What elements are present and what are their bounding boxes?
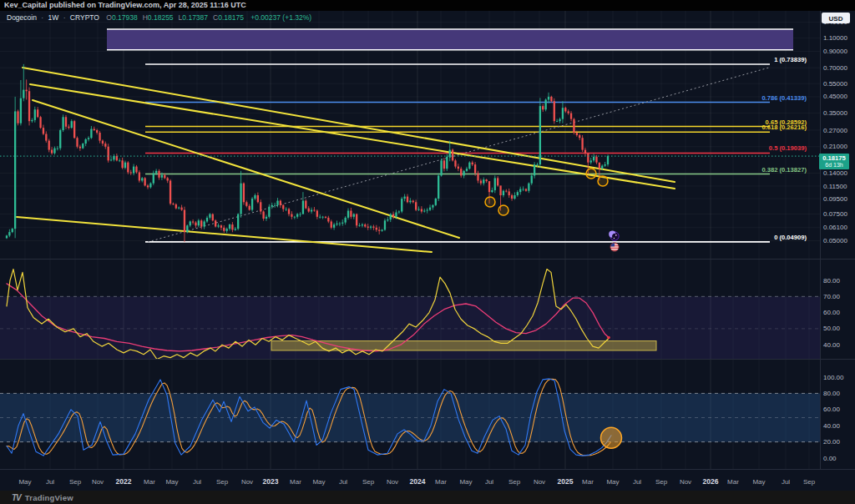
market-type: CRYPTO	[70, 13, 99, 22]
ohlc-value: 0.17387	[182, 13, 208, 22]
tradingview-logo[interactable]: TV	[12, 493, 21, 502]
ohlc-value: 0.18255	[148, 13, 174, 22]
ohlc-key: O	[106, 13, 112, 22]
tradingview-wordmark[interactable]: TradingView	[25, 493, 73, 502]
ohlc-value: 0.18175	[218, 13, 244, 22]
stoch-pane[interactable]	[0, 360, 820, 469]
time-axis[interactable]	[0, 470, 855, 491]
publish-info: Kev_Capital published on TradingView.com…	[4, 1, 246, 9]
header-bar: Kev_Capital published on TradingView.com…	[0, 0, 855, 11]
symbol-name[interactable]: Dogecoin	[7, 13, 37, 22]
footer-bar: TV TradingView	[0, 491, 855, 504]
price-pane[interactable]	[0, 11, 820, 259]
ohlc-values: O0.17938H0.18255L0.17387C0.18175	[101, 13, 244, 22]
separator: ·	[41, 13, 43, 22]
usd-button[interactable]: USD	[822, 13, 850, 23]
price-change: +0.00237 (+1.32%)	[250, 13, 311, 22]
tradingview-published-chart: 1 (0.73839)0.786 (0.41339)0.65 (0.28592)…	[0, 0, 855, 504]
svg-text:USD: USD	[829, 15, 843, 23]
rsi-pane[interactable]	[0, 260, 820, 359]
timeframe[interactable]: 1W	[48, 13, 59, 22]
separator: ·	[63, 13, 66, 22]
chart-canvas[interactable]: 1 (0.73839)0.786 (0.41339)0.65 (0.28592)…	[0, 0, 855, 504]
ohlc-value: 0.17938	[112, 13, 138, 22]
price-axis[interactable]	[820, 25, 855, 469]
symbol-row[interactable]: Dogecoin · 1W · CRYPTO O0.17938H0.18255L…	[7, 13, 311, 22]
